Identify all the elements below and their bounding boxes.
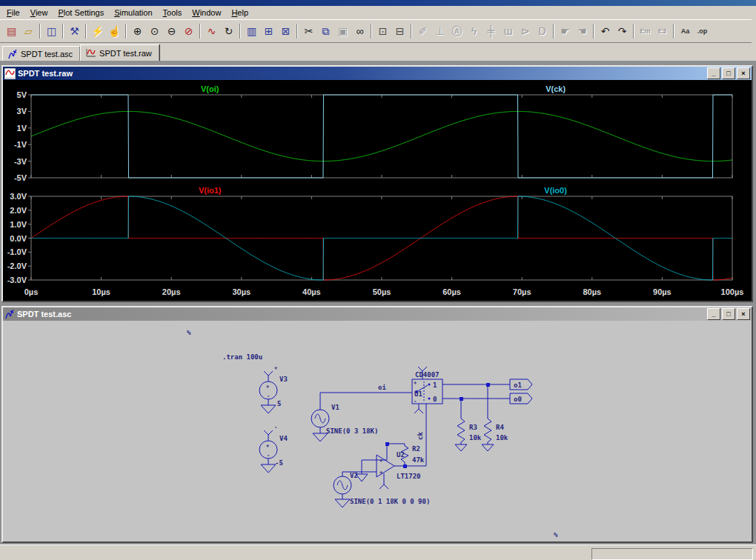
schematic-text: U1	[414, 390, 422, 398]
add-text-button[interactable]: Aa	[677, 23, 694, 39]
draw-wire-button[interactable]: ✐	[414, 23, 431, 39]
status-bar	[0, 544, 756, 560]
menu-plot-settings[interactable]: Plot Settings	[53, 7, 109, 19]
schematic-text: SINE(0 3 18K)	[326, 427, 378, 435]
schematic-window-title: SPDT test.asc	[17, 310, 71, 319]
drag-button[interactable]: ☚	[574, 23, 591, 39]
maximize-button[interactable]: □	[722, 67, 735, 79]
print-setup-button[interactable]: ⊡	[374, 23, 391, 39]
app-title-bar	[0, 0, 756, 6]
menu-simulation[interactable]: Simulation	[109, 7, 157, 19]
cut-button[interactable]: ✂	[300, 23, 317, 39]
trace-label[interactable]: V(oi)	[201, 84, 219, 93]
move-button[interactable]: ☛	[557, 23, 574, 39]
trace-V(oi)	[31, 111, 732, 161]
schematic-text: o0	[514, 396, 522, 403]
print-button[interactable]: ⊟	[391, 23, 408, 39]
place-ground-button[interactable]: ⊥	[431, 23, 448, 39]
save-file-button[interactable]: ◫	[43, 23, 60, 39]
y-tick-label: -2.0V	[7, 261, 27, 270]
schematic-text: V1	[331, 404, 339, 411]
undo-button[interactable]: ↶	[597, 23, 614, 39]
x-tick-label: 50µs	[373, 287, 391, 296]
zoom-full-extents-button[interactable]: ⊙	[146, 23, 163, 39]
tab-spdt-test-raw[interactable]: SPDT test.raw	[80, 44, 159, 61]
zoom-out-button[interactable]: ⊖	[163, 23, 180, 39]
schematic-text: 10k	[496, 434, 508, 441]
cascade-windows-button[interactable]: ⊞	[260, 23, 277, 39]
schematic-text: -5	[275, 459, 283, 467]
tab-label: SPDT test.asc	[21, 50, 73, 59]
halt-simulation-button[interactable]: ⚡	[89, 23, 106, 39]
schematic-text: o1	[514, 381, 522, 389]
zoom-in-button[interactable]: ⊕	[129, 23, 146, 39]
copy-button[interactable]: ⧉	[317, 23, 334, 39]
plot-settings-button[interactable]: ↻	[220, 23, 237, 39]
status-panel	[591, 548, 753, 560]
schematic-text: -	[267, 393, 270, 399]
menu-tools[interactable]: Tools	[158, 7, 188, 19]
trace-label[interactable]: V(io1)	[199, 186, 222, 195]
waveform-file-icon	[85, 48, 96, 58]
menu-window[interactable]: Window	[187, 7, 226, 19]
y-tick-label: -5V	[14, 173, 27, 182]
find-button[interactable]: ∞	[351, 23, 368, 39]
trace-label[interactable]: V(io0)	[544, 186, 567, 195]
toolbar-separator	[199, 24, 201, 39]
file-tab-bar: SPDT test.asc SPDT test.raw	[0, 43, 756, 61]
place-component-button[interactable]: D	[534, 23, 551, 39]
schematic-text: -	[414, 399, 417, 404]
maximize-button[interactable]: □	[722, 308, 735, 320]
menu-view[interactable]: View	[25, 7, 53, 19]
trace-label[interactable]: V(ck)	[546, 84, 566, 93]
open-file-button[interactable]: ▱	[20, 23, 37, 39]
redo-button[interactable]: ↷	[614, 23, 631, 39]
rotate-button[interactable]: E3	[654, 23, 671, 39]
paste-button[interactable]: ▣	[334, 23, 351, 39]
schematic-window-titlebar[interactable]: SPDT test.asc _ □ ×	[3, 307, 752, 321]
close-button[interactable]: ×	[737, 67, 750, 79]
schematic-canvas[interactable]: %%.tran 100uV35V4-5V1SINE(0 3 18K)oiCD40…	[3, 321, 752, 541]
pan-hand-button[interactable]: ☝	[106, 23, 123, 39]
toolbar-separator	[593, 24, 594, 39]
place-diode-button[interactable]: ⊳	[517, 23, 534, 39]
tab-spdt-test-asc[interactable]: SPDT test.asc	[2, 46, 80, 61]
arrange-icons-button[interactable]: ⊠	[277, 23, 294, 39]
schematic-text: SINE(0 1 18K 0 0 90)	[350, 498, 430, 505]
toolbar-separator	[39, 24, 41, 39]
tile-windows-button[interactable]: ▥	[243, 23, 260, 39]
y-tick-label: 3V	[17, 107, 27, 116]
place-resistor-button[interactable]: ϟ	[465, 23, 483, 39]
tab-label: SPDT test.raw	[99, 49, 152, 58]
waveform-window: SPDT test.raw _ □ × 0µs10µs20µs30µs40µs5…	[1, 65, 753, 302]
menu-help[interactable]: Help	[226, 7, 253, 19]
place-inductor-button[interactable]: ɯ	[500, 23, 517, 39]
place-capacitor-button[interactable]: ╪	[483, 23, 500, 39]
mirror-button[interactable]: Em	[637, 23, 654, 39]
x-tick-label: 70µs	[513, 287, 531, 296]
close-button[interactable]: ×	[737, 308, 750, 320]
x-tick-label: 10µs	[92, 287, 110, 296]
minimize-button[interactable]: _	[707, 308, 720, 320]
toolbar-separator	[85, 24, 87, 39]
schematic-text: -	[274, 424, 277, 430]
run-simulation-button[interactable]: ⚒	[66, 23, 83, 39]
place-net-label-button[interactable]: Ⓐ	[448, 23, 465, 39]
schematic-text: V4	[279, 435, 288, 442]
undo-zoom-button[interactable]: ⊘	[180, 23, 197, 39]
x-tick-label: 60µs	[442, 287, 461, 296]
menu-file[interactable]: File	[1, 7, 25, 19]
autorange-y-axis-button[interactable]: ∿	[203, 23, 220, 39]
x-tick-label: 40µs	[302, 287, 321, 296]
spice-directive-button[interactable]: .op	[694, 23, 711, 39]
pane-border	[31, 95, 732, 178]
y-tick-label: 1.0V	[10, 220, 27, 229]
toolbar-separator	[411, 24, 412, 39]
schematic-file-icon	[7, 49, 18, 59]
new-schematic-button[interactable]: ▤	[3, 23, 20, 39]
x-tick-label: 80µs	[583, 287, 601, 296]
waveform-plot-area[interactable]: 0µs10µs20µs30µs40µs50µs60µs70µs80µs90µs1…	[3, 80, 752, 301]
minimize-button[interactable]: _	[707, 67, 720, 79]
waveform-window-titlebar[interactable]: SPDT test.raw _ □ ×	[3, 67, 752, 80]
trace-V(ck)	[31, 95, 732, 178]
